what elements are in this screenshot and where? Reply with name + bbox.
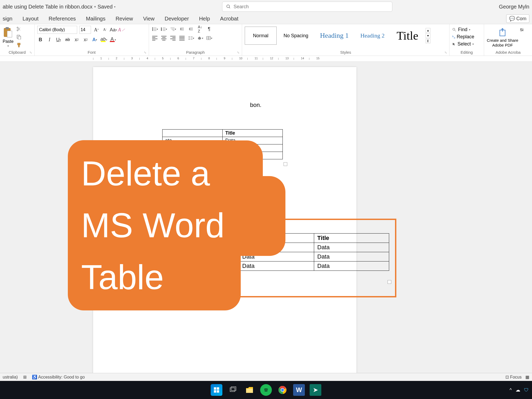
app-icon[interactable]: ➤: [310, 384, 321, 396]
styles-dialog-launcher[interactable]: ⤡: [444, 51, 448, 55]
change-case-button[interactable]: Aa▾: [110, 27, 117, 33]
replace-button[interactable]: ᵇₐReplace: [452, 34, 481, 40]
clear-format-button[interactable]: A⟋: [119, 27, 125, 33]
comments-label: Com: [516, 16, 526, 21]
tab-review[interactable]: Review: [115, 16, 133, 22]
style-no-spacing[interactable]: No Spacing: [279, 27, 313, 45]
print-layout-icon[interactable]: ▦: [525, 375, 529, 380]
tab-layout[interactable]: Layout: [23, 16, 39, 22]
subscript-button[interactable]: x2: [73, 36, 80, 43]
bold-button[interactable]: B: [37, 36, 44, 43]
document-title[interactable]: able using Delete Table in ribbon.docx •…: [3, 4, 115, 10]
svg-rect-3: [6, 27, 9, 29]
font-dialog-launcher[interactable]: ⤡: [144, 51, 148, 55]
spotify-icon[interactable]: [260, 384, 272, 396]
text-effects-button[interactable]: A▾: [92, 36, 98, 43]
strikethrough-button[interactable]: ab: [64, 36, 71, 43]
table2-header[interactable]: Title: [314, 234, 389, 243]
sort-button[interactable]: A↓Z: [197, 26, 203, 32]
show-marks-button[interactable]: ¶: [206, 26, 212, 32]
numbering-button[interactable]: 123▾: [161, 26, 167, 32]
group-label-font: Font: [37, 50, 146, 56]
overlay-text: Delete a MS Word Table: [68, 148, 238, 303]
format-painter-button[interactable]: [16, 42, 22, 48]
multilevel-list-button[interactable]: ▾: [170, 26, 176, 32]
paste-button[interactable]: Paste ▾: [3, 26, 14, 47]
table-cell[interactable]: Data: [314, 261, 389, 271]
align-center-button[interactable]: [161, 35, 167, 41]
select-button[interactable]: Select▾: [452, 41, 481, 47]
tab-view[interactable]: View: [143, 16, 155, 22]
tab-mailings[interactable]: Mailings: [86, 16, 105, 22]
chevron-down-icon[interactable]: ▾: [114, 5, 115, 8]
word-icon[interactable]: W: [293, 384, 305, 396]
table-cell[interactable]: Data: [239, 261, 314, 271]
italic-button[interactable]: I: [46, 36, 53, 43]
line-spacing-button[interactable]: ▾: [188, 35, 194, 41]
table-resize-handle[interactable]: [284, 162, 287, 166]
shrink-font-button[interactable]: Aˇ: [102, 27, 108, 33]
align-left-button[interactable]: [152, 35, 158, 41]
onedrive-icon[interactable]: ☁: [516, 387, 520, 393]
justify-button[interactable]: [179, 35, 185, 41]
style-normal[interactable]: Normal: [245, 27, 277, 45]
copy-button[interactable]: [16, 34, 22, 40]
table-resize-handle[interactable]: [388, 280, 391, 284]
tab-references[interactable]: References: [49, 16, 76, 22]
tab-design[interactable]: sign: [3, 16, 13, 22]
focus-button[interactable]: ⊡ Focus: [505, 375, 522, 380]
decrease-indent-button[interactable]: [179, 26, 185, 32]
horizontal-ruler[interactable]: 123456789101112131415: [0, 56, 532, 62]
styles-scrollbar[interactable]: ▴▾⊻: [426, 28, 430, 43]
highlight-button[interactable]: ab▾: [101, 36, 107, 43]
language-status[interactable]: ustralia): [3, 375, 18, 380]
doc-name: able using Delete Table in ribbon.docx: [3, 4, 93, 10]
find-button[interactable]: Find▾: [452, 27, 481, 32]
paragraph-dialog-launcher[interactable]: ⤡: [237, 51, 241, 55]
tab-acrobat[interactable]: Acrobat: [220, 16, 238, 22]
security-icon[interactable]: 🛡: [524, 387, 529, 393]
align-right-button[interactable]: [170, 35, 176, 41]
body-text-fragment: bon.: [250, 102, 261, 109]
display-settings-icon[interactable]: ⊞: [23, 375, 27, 380]
clipboard-dialog-launcher[interactable]: ⤡: [30, 51, 33, 55]
sign-button[interactable]: Si: [520, 26, 523, 48]
start-button[interactable]: [211, 384, 222, 396]
search-box[interactable]: [222, 2, 392, 12]
adobe-line1: Create and Share: [487, 38, 518, 43]
tab-developer[interactable]: Developer: [165, 16, 189, 22]
bullets-button[interactable]: ▾: [152, 26, 158, 32]
task-view-icon[interactable]: [227, 384, 239, 396]
font-size-input[interactable]: [79, 26, 91, 34]
chrome-icon[interactable]: [277, 384, 288, 396]
comments-button[interactable]: 💬 Com: [506, 14, 529, 23]
si-label: Si: [520, 27, 523, 32]
grow-font-button[interactable]: A^: [93, 27, 99, 33]
tray-chevron-icon[interactable]: ^: [510, 387, 512, 393]
superscript-button[interactable]: x2: [82, 36, 89, 43]
borders-button[interactable]: ▾: [206, 35, 212, 41]
style-heading2[interactable]: Heading 2: [356, 27, 389, 45]
table-cell[interactable]: Data: [314, 252, 389, 261]
user-name[interactable]: George Myln: [499, 4, 530, 10]
svg-rect-8: [18, 36, 21, 39]
svg-rect-43: [214, 390, 216, 393]
style-heading1[interactable]: Heading 1: [315, 27, 354, 45]
accessibility-status[interactable]: ♿ Accessibility: Good to go: [32, 375, 85, 380]
cut-button[interactable]: [16, 26, 22, 32]
group-label-editing: Editing: [452, 50, 481, 56]
style-title[interactable]: Title: [392, 27, 423, 45]
create-share-pdf-button[interactable]: Create and ShareAdobe PDF: [487, 26, 518, 48]
font-name-input[interactable]: [37, 26, 77, 34]
shading-button[interactable]: ▾: [197, 35, 203, 41]
increase-indent-button[interactable]: [188, 26, 194, 32]
table1-header[interactable]: Title: [223, 130, 283, 137]
tab-help[interactable]: Help: [199, 16, 210, 22]
paste-label: Paste: [3, 39, 14, 44]
font-color-button[interactable]: A▾: [110, 36, 116, 43]
adobe-line2: Adobe PDF: [492, 43, 513, 47]
search-input[interactable]: [234, 4, 388, 10]
underline-button[interactable]: U▾: [55, 36, 62, 43]
file-explorer-icon[interactable]: [244, 384, 255, 396]
table-cell[interactable]: Data: [314, 243, 389, 252]
